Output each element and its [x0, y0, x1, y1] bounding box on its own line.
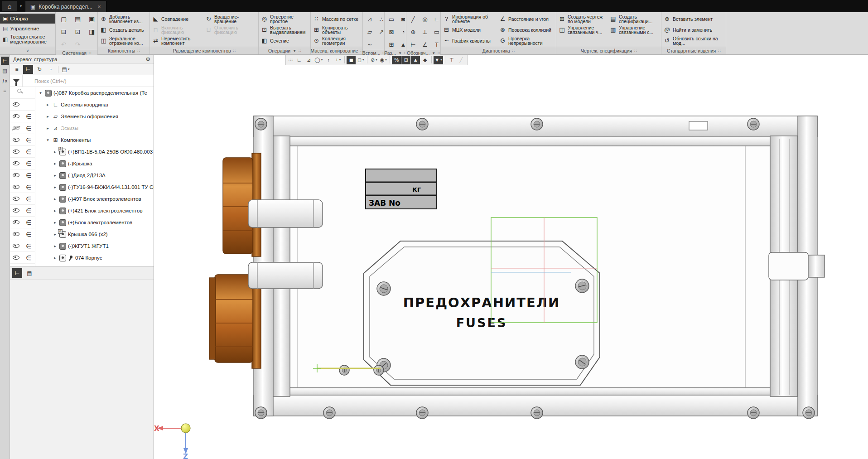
visibility-cell[interactable]: [10, 134, 22, 146]
create-drawing-button[interactable]: ⊞Создать чертеж по модели: [558, 14, 608, 24]
print-preview-icon[interactable]: ⊡: [73, 27, 83, 36]
simple-hole-button[interactable]: ◎Отверстие простое: [260, 14, 309, 24]
parameters-panel-icon[interactable]: ▤: [1, 67, 9, 75]
print-icon[interactable]: ⊟: [59, 27, 69, 36]
fuses-cover-outer[interactable]: [364, 241, 600, 385]
collapsed-arrow-icon[interactable]: ▸: [53, 232, 58, 237]
tree-item[interactable]: ∈▸⊿Эскизы: [10, 122, 154, 134]
tree-item[interactable]: ∈▸(+)Блок электроэлементов: [10, 217, 154, 228]
list-mode-icon[interactable]: ≡: [12, 65, 22, 74]
fuses-cover[interactable]: ПРЕДОХРАНИТЕЛИ FUSES: [364, 241, 600, 385]
home-button[interactable]: ⌂: [2, 1, 17, 11]
link-cell[interactable]: [22, 99, 35, 111]
tree-item[interactable]: ∈▾⊞Компоненты: [10, 134, 154, 146]
tree-item-body[interactable]: ▸(-)Диод 2Д213А: [35, 169, 154, 181]
tree-item-body[interactable]: ▸⊿Эскизы: [35, 122, 154, 134]
connector-b-body[interactable]: [215, 275, 253, 362]
visibility-cell[interactable]: [10, 99, 22, 111]
manage-linked-drawings-button[interactable]: ◫Управление связанными ч...: [558, 24, 608, 35]
collapsed-arrow-icon[interactable]: ▸: [45, 126, 50, 130]
mirror-component-button[interactable]: ◫Зеркальное отражение ко...: [100, 35, 148, 46]
collapsed-arrow-icon[interactable]: ▸: [53, 161, 58, 166]
tree-item[interactable]: ∈▸(-)ТУ16-94-БКЖИ.644.131.001 ТУ Сбо: [10, 181, 154, 193]
left-latch-lower[interactable]: [248, 262, 323, 289]
link-cell[interactable]: ∈: [22, 228, 35, 240]
tree-item[interactable]: ∈▸(-)Диод 2Д213А: [10, 169, 154, 181]
create-specification-button[interactable]: ▤Создать спецификаци...: [609, 14, 659, 24]
link-cell[interactable]: ∈: [22, 193, 35, 205]
move-component-button[interactable]: ⇄Переместить компонент: [152, 35, 203, 46]
home-menu-caret-icon[interactable]: ▾: [17, 0, 25, 12]
ribbon-group-tab[interactable]: Стандартные изделия∷: [661, 47, 726, 54]
collapsed-arrow-icon[interactable]: ▸: [53, 197, 58, 201]
tree-item[interactable]: ∈▸(+)ВП1-1В-5,0А 250В ОЮ0.480.003 ТУ: [10, 146, 154, 158]
link-cell[interactable]: ∈: [22, 134, 35, 146]
tree-item-body[interactable]: ▸(-)ТУ16-94-БКЖИ.644.131.001 ТУ Сбо: [35, 181, 154, 193]
marker-icon[interactable]: ╱: [409, 14, 418, 24]
tree-item[interactable]: ∈▸▱Элементы оформления: [10, 111, 154, 122]
tree-item[interactable]: ∈▸(-)497 Блок электроэлементов: [10, 193, 154, 205]
link-cell[interactable]: ∈: [22, 158, 35, 169]
link-cell[interactable]: ∈: [22, 240, 35, 252]
collapsed-arrow-icon[interactable]: ▸: [53, 256, 58, 260]
center-mark-icon[interactable]: ◎: [420, 14, 430, 24]
update-links-button[interactable]: ↺Обновить ссылки на мод...: [663, 35, 724, 46]
collapsed-arrow-icon[interactable]: ▸: [53, 185, 58, 189]
visibility-cell[interactable]: [10, 205, 22, 217]
save-as-icon[interactable]: ◨: [87, 27, 97, 36]
filter-button[interactable]: [10, 75, 23, 87]
collapse-ribbon-chevron-icon[interactable]: ∨: [0, 47, 55, 54]
collapsed-arrow-icon[interactable]: ▸: [53, 220, 58, 225]
tab-close-icon[interactable]: ×: [96, 3, 101, 10]
link-cell[interactable]: ∈: [22, 169, 35, 181]
plane-icon[interactable]: ▱: [365, 27, 375, 36]
expanded-arrow-icon[interactable]: ▾: [45, 138, 50, 142]
visibility-cell[interactable]: [10, 193, 22, 205]
component-relations-icon[interactable]: ↻: [34, 65, 44, 74]
display-filters-icon[interactable]: ▤▾: [61, 65, 71, 74]
find-replace-button[interactable]: @Найти и заменить: [663, 24, 724, 35]
text-icon[interactable]: T: [432, 40, 442, 49]
toolbar-grip[interactable]: ∷∷: [287, 58, 294, 62]
hide-objects-icon[interactable]: ⊘▾: [369, 56, 378, 64]
expanded-arrow-icon[interactable]: ▾: [38, 91, 43, 95]
mass-properties-button[interactable]: ⊟МЦХ модели: [443, 24, 497, 35]
image-quality-icon[interactable]: ▲: [411, 56, 420, 64]
collision-check-button[interactable]: ⊗Проверка коллизий: [499, 24, 553, 35]
collapsed-arrow-icon[interactable]: ▸: [53, 173, 58, 178]
workspace-item-active[interactable]: ▣Сборка: [0, 14, 55, 24]
local-cs-icon[interactable]: ⊿: [304, 56, 313, 64]
tree-item-body[interactable]: ▸(+)421 Блок электроэлементов: [35, 205, 154, 217]
tree-item-body[interactable]: ▸(+)ВП1-1В-5,0А 250В ОЮ0.480.003 ТУ: [35, 146, 154, 158]
axis-icon[interactable]: ⊿: [365, 14, 375, 24]
right-latch-tab[interactable]: [808, 255, 825, 277]
spline-icon[interactable]: ∼: [365, 40, 375, 49]
tree-item[interactable]: ∈▸(-)ЖГУТ1 ЖГУТ1: [10, 240, 154, 252]
grid-array-button[interactable]: ∷Массив по сетке: [313, 14, 361, 24]
add-component-button[interactable]: ⊕Добавить компонент из...: [100, 14, 148, 24]
section-button[interactable]: ◧Сечение: [260, 35, 309, 46]
visibility-cell[interactable]: [10, 228, 22, 240]
continuity-check-button[interactable]: GПроверка непрерывности: [499, 35, 553, 46]
insert-element-button[interactable]: ⊕Вставить элемент: [663, 14, 724, 24]
tree-item-body[interactable]: ▸074 Корпус: [35, 252, 154, 264]
visibility-cell[interactable]: [10, 217, 22, 228]
ribbon-group-tab[interactable]: Чертеж, спецификация∷: [556, 47, 661, 54]
link-cell[interactable]: ∈: [22, 217, 35, 228]
collapsed-arrow-icon[interactable]: ▸: [53, 150, 58, 154]
filter-objects-icon[interactable]: ▼▾: [434, 56, 443, 64]
nameplate[interactable]: кг ЗАВ No: [366, 169, 437, 209]
manage-linked-specs-button[interactable]: ▥Управление связанными с...: [609, 24, 659, 35]
oriented-cs-icon[interactable]: ∟: [294, 56, 304, 64]
coincidence-button[interactable]: ◣Совпадение: [152, 14, 203, 24]
link-cell[interactable]: ∈: [22, 181, 35, 193]
tree-item[interactable]: ∈▸(-)Крышка: [10, 158, 154, 169]
search-input[interactable]: [23, 76, 154, 87]
workspace-item-option[interactable]: ▤Управление: [0, 24, 55, 34]
shaded-display-icon[interactable]: ◼: [347, 56, 356, 64]
ribbon-group-tab[interactable]: Компоненты∷: [98, 47, 149, 54]
triad-icon[interactable]: +▾: [333, 56, 342, 64]
tree-item-body[interactable]: ▸(+)Блок электроэлементов: [35, 217, 154, 228]
grid-icon[interactable]: ⊞: [387, 40, 396, 49]
visibility-cell[interactable]: [10, 169, 22, 181]
